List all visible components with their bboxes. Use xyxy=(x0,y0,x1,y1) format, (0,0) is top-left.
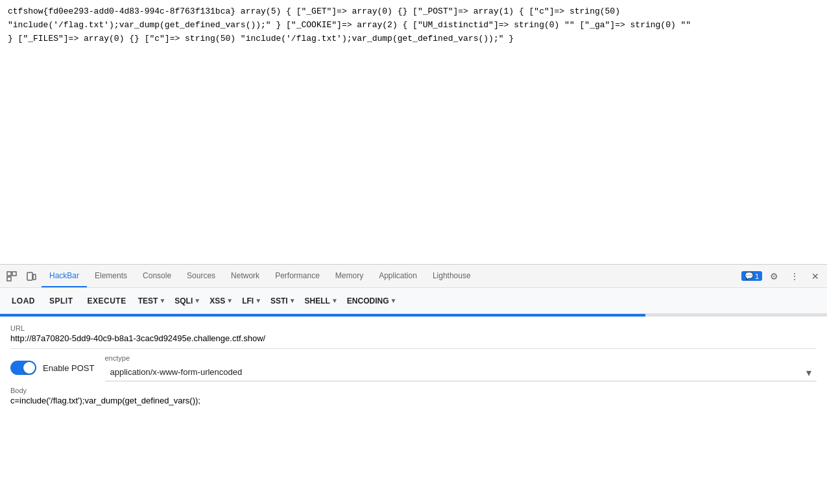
toggle-knob xyxy=(23,362,35,374)
svg-rect-1 xyxy=(12,272,16,276)
enctype-label: enctype xyxy=(105,354,817,362)
tab-application[interactable]: Application xyxy=(371,265,425,287)
encoding-button[interactable]: ENCODING ▼ xyxy=(343,294,401,308)
settings-btn[interactable]: ⚙ xyxy=(765,267,783,285)
xss-button[interactable]: XSS ▼ xyxy=(206,294,237,308)
enctype-select[interactable]: application/x-www-form-urlencoded multip… xyxy=(105,363,817,381)
hackbar-content: URL http://87a70820-5dd9-40c9-b8a1-3cac9… xyxy=(0,317,827,504)
tab-sources[interactable]: Sources xyxy=(179,265,223,287)
xss-chevron: ▼ xyxy=(226,297,233,304)
devtools-topbar-right: 💬 1 ⚙ ⋮ ✕ xyxy=(741,267,824,285)
more-btn[interactable]: ⋮ xyxy=(785,267,804,285)
content-line3: } ["_FILES"]=> array(0) {} ["c"]=> strin… xyxy=(8,32,819,46)
test-chevron: ▼ xyxy=(159,297,165,304)
devtools-panel: HackBar Elements Console Sources Network… xyxy=(0,264,827,504)
execute-button[interactable]: EXECUTE xyxy=(81,294,133,308)
enable-post-label: Enable POST xyxy=(43,363,95,373)
tab-elements[interactable]: Elements xyxy=(87,265,135,287)
svg-rect-0 xyxy=(7,272,11,276)
devtools-topbar: HackBar Elements Console Sources Network… xyxy=(0,265,827,288)
shell-button[interactable]: SHELL ▼ xyxy=(301,294,342,308)
hackbar-toolbar: LOAD SPLIT EXECUTE TEST ▼ SQLI ▼ XSS ▼ L… xyxy=(0,288,827,314)
test-button[interactable]: TEST ▼ xyxy=(134,294,170,308)
url-section: URL http://87a70820-5dd9-40c9-b8a1-3cac9… xyxy=(10,324,817,349)
load-button[interactable]: LOAD xyxy=(5,294,42,308)
tab-lighthouse[interactable]: Lighthouse xyxy=(425,265,479,287)
enable-post-section: Enable POST xyxy=(10,361,95,375)
content-line2: "include('/flag.txt');var_dump(get_defin… xyxy=(8,19,819,32)
chat-icon: 💬 xyxy=(745,272,754,280)
lfi-chevron: ▼ xyxy=(255,297,261,304)
content-line1: ctfshow{fd0ee293-add0-4d83-994c-8f763f13… xyxy=(8,5,819,19)
message-badge: 💬 1 xyxy=(741,271,762,281)
body-label: Body xyxy=(10,387,817,394)
svg-rect-4 xyxy=(33,274,36,280)
body-section: Body c=include('/flag.txt');var_dump(get… xyxy=(10,387,817,405)
url-label: URL xyxy=(10,324,817,332)
device-toggle-btn[interactable] xyxy=(22,267,40,285)
lfi-button[interactable]: LFI ▼ xyxy=(238,294,265,308)
url-value[interactable]: http://87a70820-5dd9-40c9-b8a1-3cac9d924… xyxy=(10,333,817,349)
svg-rect-3 xyxy=(27,272,32,280)
sqli-button[interactable]: SQLI ▼ xyxy=(171,294,204,308)
close-btn[interactable]: ✕ xyxy=(806,267,824,285)
page-content: ctfshow{fd0ee293-add0-4d83-994c-8f763f13… xyxy=(0,0,827,264)
badge-count: 1 xyxy=(755,272,759,280)
tab-network[interactable]: Network xyxy=(223,265,267,287)
tab-console[interactable]: Console xyxy=(135,265,179,287)
enctype-select-wrapper: application/x-www-form-urlencoded multip… xyxy=(105,363,817,381)
tab-memory[interactable]: Memory xyxy=(328,265,371,287)
inspect-icon-btn[interactable] xyxy=(3,267,21,285)
sqli-chevron: ▼ xyxy=(194,297,200,304)
tab-hackbar[interactable]: HackBar xyxy=(42,265,87,287)
encoding-chevron: ▼ xyxy=(390,297,397,304)
enctype-section: enctype application/x-www-form-urlencode… xyxy=(105,354,817,381)
svg-rect-2 xyxy=(7,277,11,281)
tab-performance[interactable]: Performance xyxy=(267,265,328,287)
devtools-tabs: HackBar Elements Console Sources Network… xyxy=(42,265,740,287)
body-value[interactable]: c=include('/flag.txt');var_dump(get_defi… xyxy=(10,396,817,405)
split-button[interactable]: SPLIT xyxy=(43,294,80,308)
post-enctype-row: Enable POST enctype application/x-www-fo… xyxy=(10,354,817,381)
ssti-button[interactable]: SSTI ▼ xyxy=(267,294,300,308)
ssti-chevron: ▼ xyxy=(289,297,296,304)
shell-chevron: ▼ xyxy=(331,297,338,304)
enable-post-toggle[interactable] xyxy=(10,361,36,375)
